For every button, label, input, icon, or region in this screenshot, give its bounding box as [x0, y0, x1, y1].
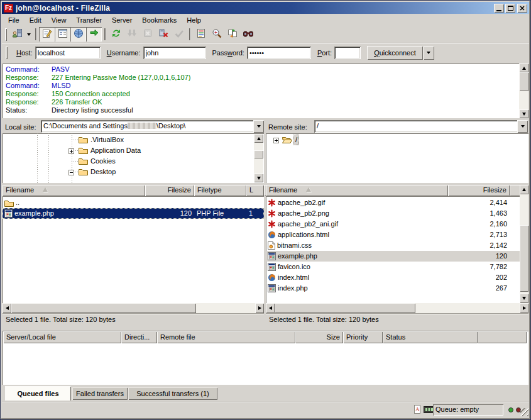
local-tree-scrollbar[interactable]	[254, 134, 263, 182]
refresh[interactable]	[108, 27, 124, 41]
local-site-dropdown[interactable]	[253, 120, 264, 133]
close-button[interactable]	[517, 4, 527, 13]
file-row-example-php[interactable]: example.php120PHP File1	[3, 208, 264, 219]
titlebar[interactable]: Fz john@localhost - FileZilla	[2, 2, 529, 14]
hscroll-left-icon[interactable]	[3, 303, 11, 313]
tree-scroll-down-icon[interactable]	[254, 174, 263, 182]
local-hscrollbar[interactable]	[3, 303, 264, 313]
list-scroll-down-icon[interactable]	[520, 294, 528, 303]
file-row-bitnami-css[interactable]: bitnami.css2,142	[266, 240, 520, 251]
tree-item-cookies[interactable]: Cookies	[3, 156, 264, 167]
username-input[interactable]	[143, 47, 206, 59]
queue-column-directi-[interactable]: Directi...	[121, 331, 157, 343]
file-row-favicon-ico[interactable]: favicon.ico7,782	[266, 262, 520, 272]
site-manager-dropdown[interactable]	[25, 27, 33, 41]
file-row--[interactable]: ..	[3, 197, 264, 208]
file-row-applications-html[interactable]: applications.html2,713	[266, 229, 520, 240]
file-row-index-html[interactable]: index.html202	[266, 272, 520, 283]
tab-successful-transfers-1-[interactable]: Successful transfers (1)	[128, 387, 217, 400]
transfer-type-icon[interactable]: A	[413, 405, 422, 415]
hscroll-right-icon[interactable]	[255, 303, 264, 313]
log-scroll-down-icon[interactable]	[519, 109, 528, 118]
file-row-index-php[interactable]: index.php267	[266, 283, 520, 294]
queue-column-size[interactable]: Size	[295, 331, 343, 343]
toggle-remote-tree[interactable]	[70, 27, 86, 41]
column-header-filesize[interactable]: Filesize	[448, 185, 510, 196]
directory-comparison[interactable]	[209, 27, 224, 41]
menu-item-file[interactable]: File	[3, 15, 25, 25]
hscroll-thumb[interactable]	[11, 303, 196, 313]
collapse-icon[interactable]	[68, 169, 74, 177]
hscroll-right-icon[interactable]	[520, 303, 528, 313]
tree-scroll-up-icon[interactable]	[254, 134, 263, 143]
file-row-apache-pb2-png[interactable]: apache_pb2.png1,463	[266, 208, 520, 219]
menu-item-server[interactable]: Server	[107, 15, 137, 25]
local-directory-tree[interactable]: .VirtualBoxApplication DataCookiesDeskto…	[3, 133, 264, 183]
queue-column-priority[interactable]: Priority	[343, 331, 383, 343]
synchronized-browsing[interactable]	[224, 27, 240, 41]
hscroll-left-icon[interactable]	[266, 303, 275, 313]
cancel-operation[interactable]	[140, 27, 155, 41]
local-file-list[interactable]: ..example.php120PHP File1	[3, 196, 264, 303]
remote-site-combo[interactable]: /	[314, 120, 528, 133]
tab-queued-files[interactable]: Queued files	[5, 386, 71, 401]
site-manager[interactable]	[9, 27, 25, 41]
tree-item-desktop[interactable]: Desktop	[3, 167, 264, 177]
expand-icon[interactable]	[68, 148, 74, 155]
menu-item-view[interactable]: View	[47, 15, 72, 25]
tab-failed-transfers[interactable]: Failed transfers	[72, 387, 128, 400]
queue-body[interactable]	[3, 343, 528, 384]
remote-directory-tree[interactable]: /	[266, 133, 528, 183]
column-header-filesize[interactable]: Filesize	[145, 185, 194, 196]
list-scroll-thumb[interactable]	[520, 225, 528, 292]
log-scroll-up-icon[interactable]	[519, 64, 528, 72]
remote-site-dropdown[interactable]	[517, 120, 528, 133]
toggle-transfer-queue[interactable]	[86, 27, 102, 41]
remote-list-scrollbar[interactable]	[520, 185, 528, 303]
remote-file-list[interactable]: apache_pb2.gif2,414apache_pb2.png1,463ap…	[266, 196, 520, 303]
reconnect[interactable]	[171, 27, 187, 41]
expand-icon[interactable]	[273, 137, 279, 145]
toggle-local-tree[interactable]	[55, 27, 70, 41]
password-input[interactable]	[247, 47, 311, 59]
log-scrollbar[interactable]	[519, 64, 528, 118]
quickconnect-button[interactable]: Quickconnect	[367, 46, 423, 60]
host-input[interactable]	[35, 47, 101, 59]
minimize-button[interactable]	[494, 4, 504, 13]
disconnect[interactable]	[155, 27, 171, 41]
menu-item-help[interactable]: Help	[182, 15, 206, 25]
tree-item-root[interactable]: /	[266, 135, 528, 145]
resize-grip[interactable]	[520, 408, 528, 416]
column-header-filename[interactable]: Filename	[3, 185, 145, 196]
tree-scroll-thumb[interactable]	[254, 150, 263, 158]
quickconnect-dropdown[interactable]	[424, 46, 434, 60]
log-scroll-thumb[interactable]	[519, 72, 528, 91]
process-queue[interactable]	[124, 27, 140, 41]
toolbar-gripper[interactable]	[5, 28, 7, 41]
list-scroll-up-icon[interactable]	[520, 185, 528, 194]
remote-list-header[interactable]: FilenameFilesize	[266, 185, 528, 196]
tree-item-application-data[interactable]: Application Data	[3, 145, 264, 156]
column-header-filetype[interactable]: Filetype	[194, 185, 246, 196]
local-list-header[interactable]: FilenameFilesizeFiletypeL	[3, 185, 264, 196]
remote-hscrollbar[interactable]	[266, 303, 528, 313]
queue-column-remote-file[interactable]: Remote file	[157, 331, 295, 343]
find-files[interactable]	[240, 27, 256, 41]
file-row-example-php[interactable]: example.php120	[266, 251, 520, 262]
queue-column-status[interactable]: Status	[383, 331, 478, 343]
menu-item-bookmarks[interactable]: Bookmarks	[137, 15, 182, 25]
file-row-apache-pb2-ani-gif[interactable]: apache_pb2_ani.gif2,160	[266, 219, 520, 229]
menu-item-transfer[interactable]: Transfer	[71, 15, 107, 25]
maximize-button[interactable]	[505, 4, 515, 13]
toggle-message-log[interactable]	[39, 27, 55, 41]
file-row-apache-pb2-gif[interactable]: apache_pb2.gif2,414	[266, 197, 520, 208]
local-site-combo[interactable]: C:\Documents and Settings\Desktop\	[41, 120, 264, 133]
filter[interactable]	[193, 27, 209, 41]
tree-item--virtualbox[interactable]: .VirtualBox	[3, 135, 264, 145]
queue-column-server-local-file[interactable]: Server/Local file	[3, 331, 121, 343]
quickconnect-gripper[interactable]	[6, 47, 8, 59]
column-header-filename[interactable]: Filename	[266, 185, 448, 196]
menu-item-edit[interactable]: Edit	[25, 15, 47, 25]
port-input[interactable]	[334, 47, 361, 59]
column-header-l[interactable]: L	[246, 185, 264, 196]
